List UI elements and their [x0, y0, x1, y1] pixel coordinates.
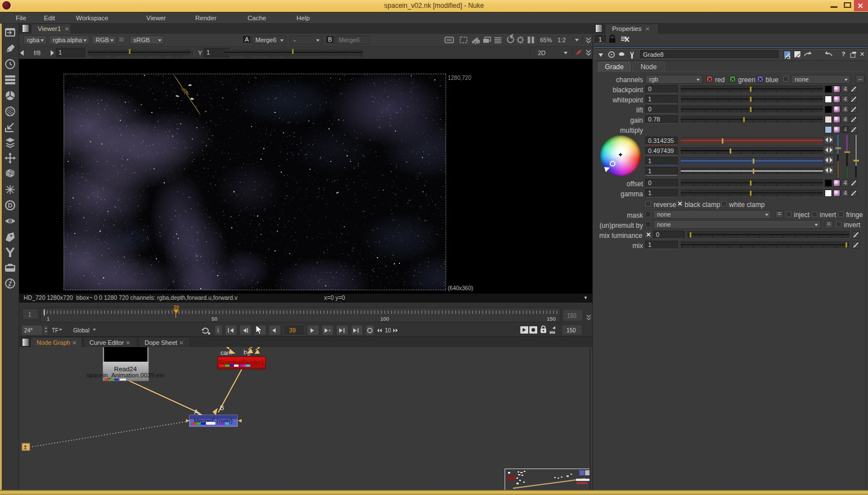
- svg-text:10: 10: [160, 53, 165, 58]
- svg-text:4: 4: [359, 53, 362, 58]
- svg-text:0.7: 0.7: [285, 53, 290, 58]
- svg-text:i: i: [218, 327, 219, 334]
- svg-text:39: 39: [289, 327, 296, 334]
- svg-text:0: 0: [225, 53, 227, 58]
- svg-text:1: 1: [28, 312, 32, 318]
- svg-text:1280,720: 1280,720: [448, 75, 471, 81]
- svg-text:f/8: f/8: [34, 50, 41, 56]
- svg-text:2: 2: [343, 53, 345, 58]
- svg-text:1: 1: [59, 49, 62, 56]
- svg-text:150: 150: [566, 327, 576, 334]
- svg-text:(640x360): (640x360): [448, 285, 473, 291]
- svg-text:Y: Y: [198, 50, 203, 56]
- svg-text:10: 10: [385, 327, 392, 334]
- svg-text:1: 1: [129, 53, 132, 58]
- svg-text:24*: 24*: [24, 327, 33, 334]
- svg-text:1:2: 1:2: [557, 37, 566, 43]
- svg-text:150: 150: [547, 316, 556, 322]
- svg-text:0.01: 0.01: [91, 53, 100, 58]
- svg-text:150: 150: [567, 313, 577, 319]
- svg-text:B: B: [220, 404, 224, 411]
- svg-text:50: 50: [212, 316, 218, 322]
- svg-text:39: 39: [173, 304, 179, 310]
- svg-text:2D: 2D: [538, 50, 546, 56]
- svg-text:20: 20: [172, 53, 176, 58]
- svg-text:64: 64: [178, 53, 183, 58]
- svg-text:Global: Global: [73, 327, 89, 334]
- svg-text:100: 100: [380, 316, 389, 322]
- svg-text:1: 1: [206, 49, 210, 56]
- svg-text:0.2: 0.2: [111, 53, 116, 58]
- svg-text:1: 1: [47, 316, 50, 322]
- svg-text:0.1: 0.1: [245, 53, 251, 58]
- svg-text:A: A: [194, 408, 199, 415]
- svg-text:TF: TF: [52, 327, 59, 334]
- svg-text:0.1: 0.1: [100, 53, 105, 58]
- svg-text:spacein_Animation.0039.exr: spacein_Animation.0039.exr: [87, 372, 165, 379]
- svg-text:1: 1: [321, 53, 323, 58]
- svg-text:D: D: [8, 202, 12, 209]
- svg-text:2: 2: [145, 53, 147, 58]
- svg-text:0.4: 0.4: [267, 53, 273, 58]
- svg-text:65%: 65%: [540, 37, 552, 43]
